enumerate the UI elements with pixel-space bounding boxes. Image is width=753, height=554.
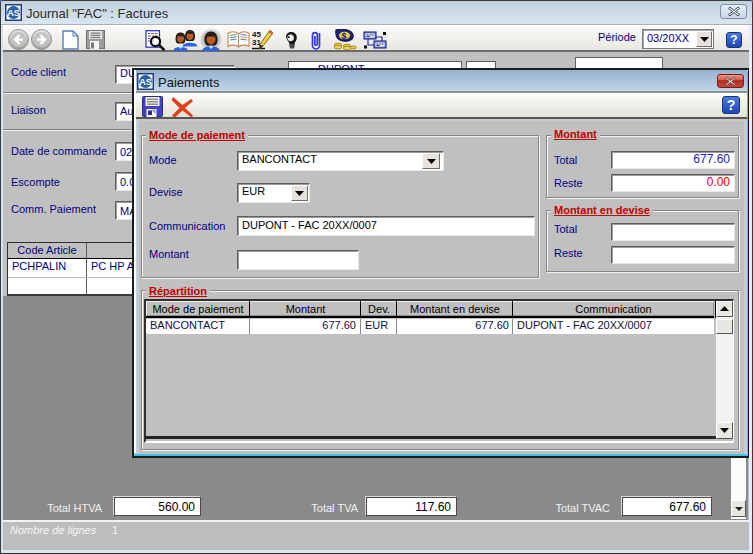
svg-text:$: $: [342, 31, 347, 41]
svg-text:AS: AS: [139, 77, 152, 87]
svg-text:AS: AS: [7, 8, 20, 18]
